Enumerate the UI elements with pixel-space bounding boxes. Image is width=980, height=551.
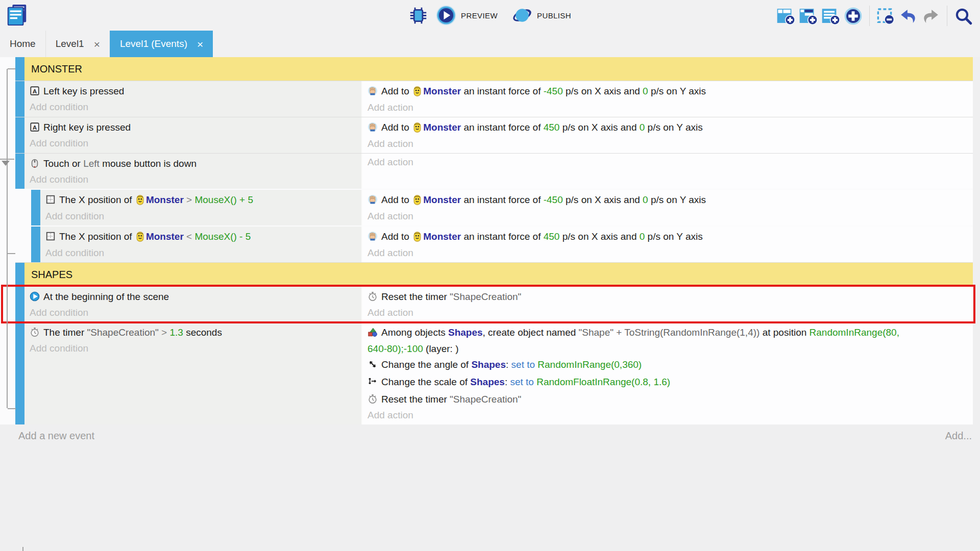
actions-cell: Add action xyxy=(362,154,973,189)
event-selection-bar[interactable] xyxy=(15,57,24,81)
event-row: The timer "ShapeCreation" > 1.3 secondsA… xyxy=(15,322,973,424)
force-icon xyxy=(368,194,378,209)
event-selection-bar[interactable] xyxy=(15,117,24,153)
action[interactable]: Change the scale of Shapes: set to Rando… xyxy=(362,373,973,391)
event-tree-lines xyxy=(0,57,15,442)
add-action-link[interactable]: Add action xyxy=(362,155,973,170)
add-condition-link[interactable]: Add condition xyxy=(24,341,361,357)
force-icon xyxy=(368,231,378,245)
collapse-expander-icon[interactable] xyxy=(2,161,10,166)
tab-bar: HomeLevel1×Level1 (Events)× xyxy=(0,31,980,57)
mouse-icon xyxy=(30,158,40,172)
action[interactable]: Among objects Shapes, create object name… xyxy=(362,324,973,356)
add-action-link[interactable]: Add action xyxy=(362,306,973,321)
action[interactable]: Add to Monster an instant force of -450 … xyxy=(362,83,973,101)
conditions-cell: The X position of Monster < MouseX() - 5… xyxy=(40,227,362,262)
redo-icon[interactable] xyxy=(921,7,940,26)
event-selection-bar[interactable] xyxy=(15,81,24,117)
action[interactable]: Add to Monster an instant force of 450 p… xyxy=(362,228,973,246)
event-selection-bar[interactable] xyxy=(15,287,24,322)
event-selection-bar[interactable] xyxy=(31,190,40,226)
group-row: SHAPES xyxy=(15,262,973,286)
add-condition-link[interactable]: Add condition xyxy=(24,136,361,152)
action[interactable]: Reset the timer "ShapeCreation" xyxy=(362,391,973,408)
monster-icon xyxy=(413,231,421,246)
add-condition-link[interactable]: Add condition xyxy=(24,172,361,188)
condition[interactable]: The X position of Monster < MouseX() - 5 xyxy=(40,228,361,246)
tab-home[interactable]: Home xyxy=(0,31,45,57)
add-comment-icon[interactable] xyxy=(821,7,840,26)
scale-icon xyxy=(368,376,378,391)
actions-cell: Among objects Shapes, create object name… xyxy=(362,322,973,424)
tab-level1-events[interactable]: Level1 (Events)× xyxy=(110,31,213,57)
add-action-link[interactable]: Add action xyxy=(362,137,973,152)
remove-event-icon[interactable] xyxy=(876,7,895,26)
action[interactable]: Reset the timer "ShapeCreation" xyxy=(362,288,973,306)
add-subevent-icon[interactable] xyxy=(799,7,818,26)
group-header-monster[interactable]: MONSTER xyxy=(24,57,973,81)
action[interactable]: Add to Monster an instant force of -450 … xyxy=(362,191,973,209)
monster-icon xyxy=(136,231,144,246)
condition[interactable]: ARight key is pressed xyxy=(24,119,361,136)
event-row-highlighted: At the beginning of the sceneAdd conditi… xyxy=(15,286,973,322)
conditions-cell: Touch or Left mouse button is downAdd co… xyxy=(24,154,362,189)
event-row: ALeft key is pressedAdd conditionAdd to … xyxy=(15,81,973,117)
group-row: MONSTER xyxy=(15,57,973,81)
force-icon xyxy=(368,121,378,136)
add-condition-link[interactable]: Add condition xyxy=(40,246,361,261)
publish-button[interactable]: PUBLISH xyxy=(537,11,571,20)
group-header-shapes[interactable]: SHAPES xyxy=(24,263,973,286)
conditions-cell: ARight key is pressedAdd condition xyxy=(24,117,362,153)
publish-globe-icon[interactable] xyxy=(512,5,532,26)
event-selection-bar[interactable] xyxy=(31,227,40,262)
event-row: Touch or Left mouse button is downAdd co… xyxy=(15,153,973,189)
preview-play-icon[interactable] xyxy=(436,5,456,26)
timer-icon xyxy=(30,327,40,341)
timer-icon xyxy=(368,291,378,306)
add-event-icon[interactable] xyxy=(776,7,795,26)
monster-icon xyxy=(136,194,144,209)
event-selection-bar[interactable] xyxy=(15,322,24,424)
event-selection-bar[interactable] xyxy=(15,154,24,189)
add-condition-link[interactable]: Add condition xyxy=(24,306,361,321)
add-condition-link[interactable]: Add condition xyxy=(40,209,361,224)
tab-level1[interactable]: Level1× xyxy=(45,31,110,57)
conditions-cell: ALeft key is pressedAdd condition xyxy=(24,81,362,117)
close-tab-icon[interactable]: × xyxy=(197,39,203,49)
add-action-link[interactable]: Add action xyxy=(362,101,973,116)
add-new-event-button[interactable]: Add a new event xyxy=(18,430,94,442)
debugger-icon[interactable] xyxy=(409,6,428,25)
condition[interactable]: ALeft key is pressed xyxy=(24,83,361,100)
keyboard-icon: A xyxy=(30,121,40,136)
toolbar: PREVIEW PUBLISH xyxy=(0,0,980,31)
tab-label: Home xyxy=(10,38,36,49)
undo-icon[interactable] xyxy=(899,7,918,26)
condition[interactable]: The X position of Monster > MouseX() + 5 xyxy=(40,191,361,209)
angle-icon xyxy=(368,359,378,373)
conditions-cell: The timer "ShapeCreation" > 1.3 secondsA… xyxy=(24,322,362,424)
close-tab-icon[interactable]: × xyxy=(94,39,100,49)
add-condition-link[interactable]: Add condition xyxy=(24,100,361,115)
condition[interactable]: At the beginning of the scene xyxy=(24,288,361,306)
add-action-link[interactable]: Add action xyxy=(362,408,973,423)
search-icon[interactable] xyxy=(954,7,973,26)
condition[interactable]: The timer "ShapeCreation" > 1.3 seconds xyxy=(24,324,361,341)
add-circle-icon[interactable] xyxy=(844,7,863,26)
add-more-button[interactable]: Add... xyxy=(945,430,972,442)
actions-cell: Add to Monster an instant force of 450 p… xyxy=(362,117,973,153)
add-action-link[interactable]: Add action xyxy=(362,246,973,261)
project-manager-icon[interactable] xyxy=(5,3,29,27)
action[interactable]: Change the angle of Shapes: set to Rando… xyxy=(362,356,973,373)
monster-icon xyxy=(413,122,421,137)
svg-text:A: A xyxy=(33,88,37,95)
actions-cell: Add to Monster an instant force of 450 p… xyxy=(362,227,973,262)
action[interactable]: Add to Monster an instant force of 450 p… xyxy=(362,119,973,137)
add-action-link[interactable]: Add action xyxy=(362,209,973,224)
play-icon xyxy=(30,291,40,306)
preview-button[interactable]: PREVIEW xyxy=(461,11,498,20)
toolbar-separator xyxy=(947,6,947,26)
event-selection-bar[interactable] xyxy=(15,263,24,286)
condition[interactable]: Touch or Left mouse button is down xyxy=(24,155,361,172)
actions-cell: Add to Monster an instant force of -450 … xyxy=(362,81,973,117)
events-editor: MONSTERALeft key is pressedAdd condition… xyxy=(0,57,980,442)
